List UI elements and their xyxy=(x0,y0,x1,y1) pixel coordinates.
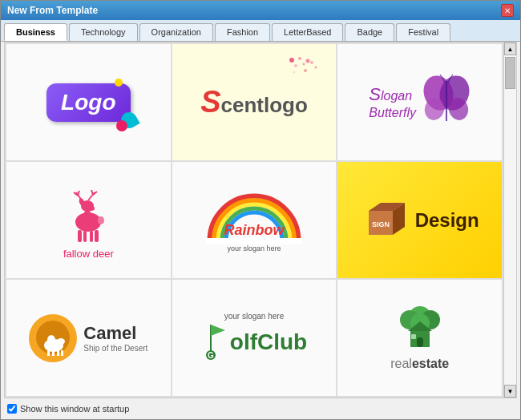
startup-label-text: Show this window at startup xyxy=(20,404,129,414)
svg-line-21 xyxy=(78,191,79,196)
svg-point-5 xyxy=(310,61,313,64)
template-slogan-butterfly[interactable]: Slogan Butterfly xyxy=(337,43,503,161)
svg-point-2 xyxy=(306,59,310,63)
svg-text:Rainbow: Rainbow xyxy=(224,222,285,238)
svg-point-1 xyxy=(298,57,301,60)
svg-rect-40 xyxy=(57,341,62,347)
tab-technology[interactable]: Technology xyxy=(69,23,138,41)
svg-rect-25 xyxy=(78,230,82,242)
tab-festival[interactable]: Festival xyxy=(396,23,450,41)
deer-label: fallow deer xyxy=(63,248,114,260)
svg-point-3 xyxy=(294,64,297,67)
svg-point-17 xyxy=(88,206,95,211)
template-logo[interactable]: Logo xyxy=(6,43,172,161)
close-button[interactable]: ✕ xyxy=(501,4,514,17)
template-sign-design[interactable]: SIGN Design xyxy=(337,161,503,279)
template-fallow-deer[interactable]: fallow deer xyxy=(6,161,172,279)
svg-point-38 xyxy=(47,335,55,345)
svg-rect-44 xyxy=(61,350,63,356)
svg-text:SIGN: SIGN xyxy=(372,220,390,228)
rainbow-sublabel: your slogan here xyxy=(227,244,281,252)
tab-badge[interactable]: Badge xyxy=(345,23,394,41)
template-realestate[interactable]: realestate xyxy=(337,279,503,397)
svg-point-8 xyxy=(304,69,307,72)
tab-letterbased[interactable]: LetterBased xyxy=(272,23,343,41)
svg-rect-27 xyxy=(90,231,93,242)
svg-rect-42 xyxy=(52,350,55,356)
svg-line-24 xyxy=(91,190,93,195)
template-camel[interactable]: Camel Ship of the Desert xyxy=(6,279,172,397)
camel-sublabel: Ship of the Desert xyxy=(83,344,147,353)
template-golf-club[interactable]: your slogan here xyxy=(172,279,337,397)
tab-organization[interactable]: Organization xyxy=(139,23,213,41)
title-bar: New From Template ✕ xyxy=(1,1,520,20)
svg-rect-43 xyxy=(57,350,59,356)
svg-rect-56 xyxy=(411,334,416,339)
tab-business[interactable]: Business xyxy=(4,23,67,41)
tab-fashion[interactable]: Fashion xyxy=(215,23,270,41)
svg-text:G: G xyxy=(208,351,214,360)
template-grid: Logo S centlogo xyxy=(5,42,503,398)
template-scentlogo[interactable]: S centlogo xyxy=(172,43,337,161)
content-area: Logo S centlogo xyxy=(4,42,517,398)
scrollbar-thumb[interactable] xyxy=(505,57,515,89)
svg-rect-30 xyxy=(206,238,302,244)
svg-rect-15 xyxy=(84,211,91,224)
tab-bar: Business Technology Organization Fashion… xyxy=(1,20,520,42)
template-rainbow[interactable]: Rainbow your slogan here xyxy=(172,161,337,279)
startup-checkbox-label: Show this window at startup xyxy=(7,404,129,414)
svg-point-0 xyxy=(289,58,294,63)
scroll-down-button[interactable]: ▼ xyxy=(504,385,516,398)
svg-point-7 xyxy=(293,71,296,74)
window-title: New From Template xyxy=(7,5,98,16)
svg-rect-26 xyxy=(83,231,87,242)
startup-checkbox[interactable] xyxy=(7,404,17,414)
golf-tagline: your slogan here xyxy=(201,312,307,321)
svg-rect-28 xyxy=(95,230,99,242)
scrollbar-track xyxy=(504,55,516,385)
svg-marker-46 xyxy=(211,325,225,336)
realestate-label: realestate xyxy=(390,357,449,371)
svg-rect-55 xyxy=(417,337,423,347)
svg-point-6 xyxy=(315,67,317,69)
svg-point-29 xyxy=(98,216,104,224)
svg-rect-41 xyxy=(47,350,50,356)
scroll-up-button[interactable]: ▲ xyxy=(504,42,516,55)
main-window: New From Template ✕ Business Technology … xyxy=(0,0,521,420)
scrollbar: ▲ ▼ xyxy=(503,42,516,398)
camel-label: Camel xyxy=(83,323,147,344)
svg-point-4 xyxy=(303,63,305,66)
footer: Show this window at startup xyxy=(1,398,520,419)
